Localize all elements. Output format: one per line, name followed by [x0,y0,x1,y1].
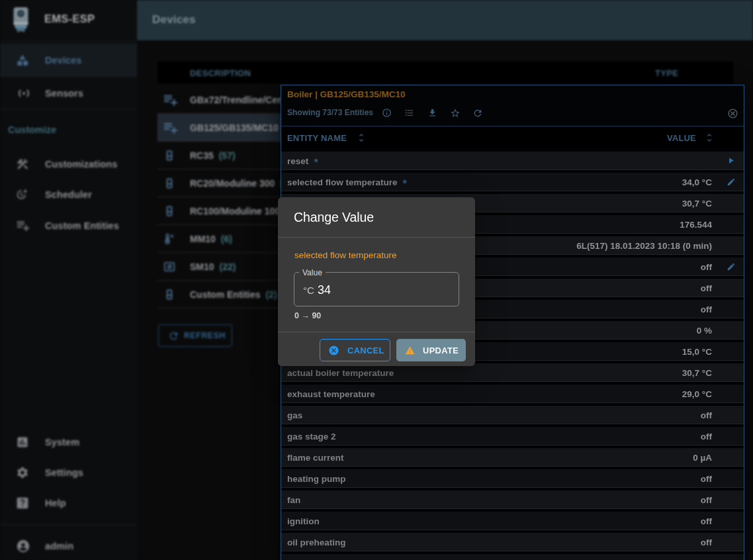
svg-text:A: A [170,232,174,238]
